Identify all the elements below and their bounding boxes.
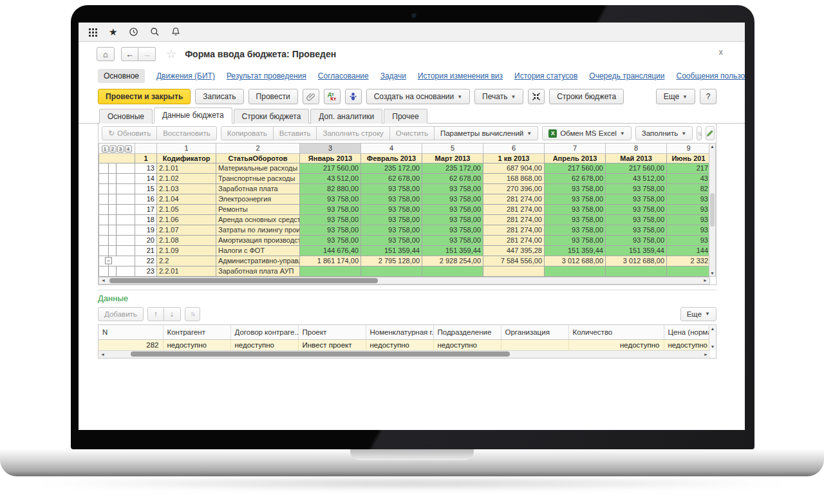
row-number-cell[interactable]: 23 — [135, 266, 157, 276]
scroll-left-icon[interactable]: ◄ — [101, 278, 106, 283]
value-cell[interactable]: 2 928 254,00 — [422, 256, 483, 266]
data-column-header[interactable]: Договор контраге... — [230, 325, 298, 340]
value-cell[interactable]: 93 758,00 — [422, 235, 483, 245]
post-and-close-button[interactable]: Провести и закрыть — [98, 89, 191, 104]
data-cell[interactable]: Инвест проект — [298, 340, 366, 350]
group-level-button[interactable]: 1 — [102, 145, 109, 153]
row-number-cell[interactable]: 21 — [135, 245, 157, 256]
favorite-star-icon[interactable]: ☆ — [166, 48, 176, 60]
data-vscrollbar[interactable]: ▲ ▼ — [709, 325, 716, 350]
value-cell[interactable]: 93 758,00 — [545, 225, 606, 235]
value-cell[interactable]: 151 359,44 — [361, 245, 422, 256]
value-cell[interactable]: 93 758,00 — [361, 214, 422, 225]
post-button[interactable]: Провести — [248, 89, 298, 104]
column-header-cell[interactable]: Июнь 201 — [667, 153, 711, 163]
row-number-cell[interactable]: 15 — [135, 183, 157, 194]
nav-link[interactable]: Движения (БИТ) — [156, 71, 215, 80]
section-splitter[interactable] — [98, 290, 716, 290]
code-cell[interactable]: 2.2.01 — [157, 266, 216, 276]
group-level-button[interactable]: 2 — [109, 145, 117, 153]
article-cell[interactable]: Аренда основных средств — [216, 214, 300, 225]
value-cell[interactable]: 93 — [667, 225, 711, 235]
value-cell[interactable]: 270 396,00 — [483, 183, 545, 194]
column-header-cell[interactable]: Кодификатор — [157, 153, 216, 163]
value-cell[interactable]: 93 758,00 — [422, 225, 483, 235]
scroll-down-icon[interactable]: ▼ — [711, 344, 715, 349]
code-cell[interactable]: 2.1.09 — [157, 245, 216, 256]
column-number-cell[interactable] — [135, 144, 157, 154]
value-cell[interactable]: 43 512,00 — [606, 173, 667, 183]
column-header-cell[interactable]: Февраль 2013 — [361, 153, 422, 163]
data-hscrollbar[interactable]: ◄ ► — [98, 350, 710, 358]
code-cell[interactable]: 2.1.04 — [157, 194, 216, 204]
data-row[interactable]: 282недоступнонедоступноИнвест проектнедо… — [98, 340, 709, 350]
refresh-button[interactable]: ↻Обновить — [102, 126, 157, 140]
value-cell[interactable]: 281 274,00 — [483, 235, 545, 245]
add-button[interactable]: Добавить — [98, 307, 144, 321]
value-cell[interactable]: 93 758,00 — [545, 235, 606, 245]
value-cell[interactable]: 93 758,00 — [545, 214, 606, 225]
value-cell[interactable]: 93 758,00 — [361, 235, 422, 245]
value-cell[interactable]: 62 678,00 — [422, 173, 483, 183]
article-cell[interactable]: Заработная плата — [216, 183, 300, 194]
vscroll-thumb[interactable] — [710, 193, 715, 227]
value-cell[interactable]: 217 560,00 — [300, 163, 361, 173]
business-process-button[interactable] — [345, 89, 362, 104]
value-cell[interactable]: 62 678,00 — [361, 173, 422, 183]
value-cell[interactable]: 217 — [667, 163, 711, 173]
scroll-down-icon[interactable]: ▼ — [710, 271, 715, 275]
calc-params-button[interactable]: Параметры вычислений▼ — [435, 126, 538, 140]
budget-lines-button[interactable]: Строки бюджета — [549, 89, 624, 104]
value-cell[interactable]: 144 676,40 — [300, 245, 361, 256]
value-cell[interactable]: 151 359,44 — [422, 245, 483, 256]
column-number-cell[interactable]: 6 — [483, 144, 545, 154]
data-column-header[interactable]: Подразделение — [433, 325, 501, 340]
value-cell[interactable] — [545, 266, 606, 276]
value-cell[interactable]: 7 584 556,00 — [483, 256, 545, 266]
code-cell[interactable]: 2.1.05 — [157, 204, 216, 214]
value-cell[interactable]: 3 012 688,00 — [545, 256, 606, 266]
data-column-header[interactable]: Контрагент — [163, 325, 230, 340]
scroll-up-icon[interactable]: ▲ — [711, 326, 715, 331]
move-up-button[interactable]: ↑ — [147, 307, 164, 321]
value-cell[interactable]: 43 — [667, 173, 711, 183]
value-cell[interactable]: 281 274,00 — [483, 194, 545, 204]
row-n-cell[interactable]: 282 — [98, 340, 163, 350]
value-cell[interactable]: 93 758,00 — [606, 204, 667, 214]
value-cell[interactable]: 93 758,00 — [422, 204, 483, 214]
column-number-cell[interactable]: 2 — [216, 144, 300, 154]
article-cell[interactable]: Материальные расходы — [216, 163, 300, 173]
data-cell[interactable]: недоступно — [230, 340, 298, 350]
restore-button[interactable]: Восстановить — [157, 126, 217, 140]
article-cell[interactable]: Транспортные расходы — [216, 173, 300, 183]
print-button[interactable]: Печать▼ — [474, 89, 523, 104]
data-more-button[interactable]: Еще▼ — [680, 307, 716, 321]
value-cell[interactable]: 281 274,00 — [483, 204, 545, 214]
back-button[interactable]: ← — [121, 47, 138, 61]
data-cell[interactable]: недоступно — [433, 340, 501, 350]
data-column-header[interactable]: Проект — [298, 325, 366, 340]
data-cell[interactable]: недоступно — [664, 340, 709, 350]
value-cell[interactable]: 93 758,00 — [361, 225, 422, 235]
value-cell[interactable]: 217 560,00 — [606, 163, 667, 173]
value-cell[interactable]: 93 — [667, 204, 711, 214]
hscroll-thumb[interactable] — [131, 351, 510, 357]
value-cell[interactable]: 93 758,00 — [545, 183, 606, 194]
budget-vscrollbar[interactable]: ▲ ▼ — [709, 143, 716, 277]
tab-other[interactable]: Прочее — [384, 109, 427, 124]
help-button[interactable]: ? — [700, 89, 716, 104]
row-number-cell[interactable]: 18 — [135, 214, 157, 225]
nav-link[interactable]: Результат проведения — [227, 71, 306, 80]
value-cell[interactable]: 151 359,44 — [545, 245, 606, 256]
save-button[interactable]: Записать — [195, 89, 243, 104]
data-column-header[interactable]: Организация — [501, 325, 568, 340]
close-icon[interactable]: x — [719, 47, 724, 57]
article-cell[interactable]: Электроэнергия — [216, 194, 300, 204]
tab-main[interactable]: Основные — [99, 109, 153, 124]
row-number-cell[interactable]: 16 — [135, 194, 157, 204]
row-number-cell[interactable]: 22 — [135, 256, 157, 266]
group-level-button[interactable]: 4 — [125, 145, 132, 153]
value-cell[interactable]: 93 758,00 — [422, 214, 483, 225]
data-sort-button[interactable]: ↑↓ — [185, 307, 200, 321]
code-cell[interactable]: 2.1.03 — [157, 183, 216, 194]
